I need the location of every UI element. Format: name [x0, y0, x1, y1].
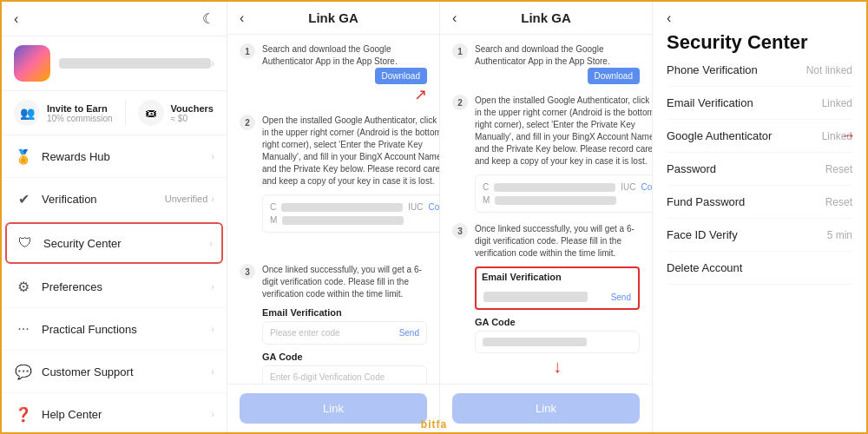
- send-button-1[interactable]: Send: [399, 328, 419, 338]
- menu-icon-security-center: 🛡: [16, 233, 35, 253]
- sec-row-fund-password[interactable]: Fund Password Reset: [667, 186, 852, 219]
- step-num-3-p3: 3: [452, 223, 468, 239]
- sec-label-password: Password: [667, 162, 716, 175]
- step-text-1: Search and download the Google Authentic…: [262, 43, 427, 68]
- sec-label-google-auth: Google Authenticator: [667, 129, 772, 142]
- key-box-2: C IUC Copy M: [475, 174, 652, 213]
- profile-chevron-icon: ›: [211, 57, 214, 69]
- sidebar-panel: ‹ ☾ › 👥 Invite to Earn 10% commission 🎟 …: [2, 2, 227, 432]
- copy-button-2[interactable]: Copy: [641, 182, 652, 192]
- menu-label-rewards-hub: Rewards Hub: [42, 150, 211, 163]
- link-ga-body-1: 1 Search and download the Google Authent…: [227, 35, 439, 384]
- invite-to-earn[interactable]: 👥 Invite to Earn 10% commission: [14, 100, 113, 126]
- link-ga-back-icon-1[interactable]: ‹: [240, 10, 244, 26]
- sec-value-face-id: 5 min: [827, 229, 852, 241]
- sec-row-phone-verification[interactable]: Phone Verification Not linked: [667, 54, 852, 87]
- link-button-1[interactable]: Link: [240, 393, 427, 424]
- step-content-1-p3: Search and download the Google Authentic…: [475, 43, 640, 84]
- sec-value-phone-verification: Not linked: [806, 64, 852, 76]
- menu-label-customer-support: Customer Support: [42, 365, 211, 378]
- sidebar-item-preferences[interactable]: ⚙ Preferences ›: [2, 266, 227, 308]
- sec-label-fund-password: Fund Password: [667, 195, 745, 208]
- menu-chevron-practical-functions: ›: [211, 324, 214, 334]
- invite-text: Invite to Earn 10% commission: [47, 103, 113, 123]
- link-ga-panel-2: ‹ Link GA 1 Search and download the Goog…: [440, 2, 653, 432]
- key-box-1: C IUC Copy M: [262, 194, 439, 233]
- sidebar-item-practical-functions[interactable]: ··· Practical Functions ›: [2, 308, 227, 351]
- sidebar-header: ‹ ☾: [2, 2, 227, 36]
- sidebar-item-customer-support[interactable]: 💬 Customer Support ›: [2, 351, 227, 393]
- invite-icon: 👥: [14, 100, 40, 126]
- sec-row-email-verification[interactable]: Email Verification Linked: [667, 87, 852, 120]
- email-label-2: Email Verification: [477, 268, 638, 282]
- menu-chevron-preferences: ›: [211, 281, 214, 292]
- ga-label-1: GA Code: [262, 352, 427, 362]
- theme-toggle-icon[interactable]: ☾: [202, 10, 214, 27]
- sec-label-face-id: Face ID Verify: [667, 228, 738, 241]
- link-ga-footer-1: Link: [227, 384, 439, 432]
- security-back-icon[interactable]: ‹: [667, 10, 671, 26]
- step-content-1: Search and download the Google Authentic…: [262, 43, 427, 104]
- menu-chevron-verification: ›: [211, 194, 214, 204]
- step-text-1-p3: Search and download the Google Authentic…: [475, 43, 640, 68]
- sec-row-face-id[interactable]: Face ID Verify 5 min: [667, 219, 852, 252]
- menu-chevron-customer-support: ›: [211, 366, 214, 377]
- menu-label-practical-functions: Practical Functions: [42, 323, 211, 336]
- step-content-3-p3: Once linked successfully, you will get a…: [475, 223, 640, 377]
- step-1: 1 Search and download the Google Authent…: [240, 43, 427, 104]
- step-num-3: 3: [240, 264, 255, 279]
- menu-icon-rewards-hub: 🏅: [14, 147, 33, 166]
- menu-label-help-center: Help Center: [42, 408, 211, 421]
- email-input-section-1: Email Verification Please enter code Sen…: [262, 307, 427, 345]
- step-3-p3: 3 Once linked successfully, you will get…: [452, 223, 640, 377]
- step-1-p3: 1 Search and download the Google Authent…: [452, 43, 640, 84]
- sec-label-delete-account: Delete Account: [667, 261, 742, 274]
- sidebar-back-icon[interactable]: ‹: [14, 11, 18, 27]
- step-content-2: Open the installed Google Authenticator,…: [262, 115, 439, 253]
- email-label-1: Email Verification: [262, 307, 427, 318]
- link-ga-title-2: Link GA: [521, 10, 571, 25]
- menu-icon-practical-functions: ···: [14, 319, 33, 339]
- sec-value-email-verification: Linked: [822, 97, 852, 109]
- menu-label-verification: Verification: [42, 193, 165, 206]
- sec-value-fund-password: Reset: [825, 196, 852, 208]
- sidebar-item-verification[interactable]: ✔ Verification Unverified ›: [2, 178, 227, 220]
- download-button-1[interactable]: Download: [375, 68, 427, 84]
- sec-row-delete-account[interactable]: Delete Account: [667, 252, 852, 285]
- copy-button-1[interactable]: Copy: [428, 202, 439, 212]
- sec-row-google-auth[interactable]: Google Authenticator Linked →: [667, 120, 852, 153]
- menu-icon-verification: ✔: [14, 189, 33, 208]
- menu-chevron-rewards-hub: ›: [211, 151, 214, 161]
- menu-label-preferences: Preferences: [42, 280, 211, 293]
- email-input-2[interactable]: Send: [477, 286, 638, 308]
- username-blur: [59, 58, 211, 69]
- voucher-text: Vouchers ≈ $0: [171, 103, 214, 123]
- menu-label-security-center: Security Center: [43, 237, 209, 250]
- ga-input-1[interactable]: Enter 6-digit Verification Code: [262, 365, 427, 384]
- security-list: Phone Verification Not linked Email Veri…: [667, 54, 852, 424]
- arrow-down-icon: ↓: [475, 357, 640, 377]
- sidebar-item-help-center[interactable]: ❓ Help Center ›: [2, 393, 227, 432]
- ga-input-2[interactable]: [475, 331, 640, 353]
- send-button-2[interactable]: Send: [611, 293, 631, 302]
- step-num-1-p3: 1: [452, 43, 468, 59]
- step-content-2-p3: Open the installed Google Authenticator,…: [475, 95, 652, 213]
- link-button-2[interactable]: Link: [452, 393, 640, 424]
- vouchers[interactable]: 🎟 Vouchers ≈ $0: [138, 100, 214, 126]
- link-ga-back-icon-2[interactable]: ‹: [452, 10, 457, 26]
- download-button-2[interactable]: Download: [588, 68, 640, 84]
- link-ga-header-1: ‹ Link GA: [227, 2, 439, 35]
- menu-icon-help-center: ❓: [14, 404, 33, 424]
- email-input-1[interactable]: Please enter code Send: [262, 321, 427, 345]
- sidebar-item-security-center[interactable]: 🛡 Security Center ›: [5, 222, 223, 264]
- user-profile[interactable]: ›: [2, 36, 227, 91]
- sec-row-password[interactable]: Password Reset: [667, 153, 852, 186]
- link-ga-panel-1: ‹ Link GA 1 Search and download the Goog…: [227, 2, 440, 432]
- link-ga-title-1: Link GA: [308, 10, 358, 25]
- link-ga-header-2: ‹ Link GA: [440, 2, 652, 35]
- security-center-panel: ‹ Security Center Phone Verification Not…: [653, 2, 866, 432]
- step-2: 2 Open the installed Google Authenticato…: [240, 115, 427, 253]
- sidebar-item-rewards-hub[interactable]: 🏅 Rewards Hub ›: [2, 135, 227, 178]
- sec-label-email-verification: Email Verification: [667, 96, 753, 109]
- menu-badge-verification: Unverified: [165, 194, 208, 204]
